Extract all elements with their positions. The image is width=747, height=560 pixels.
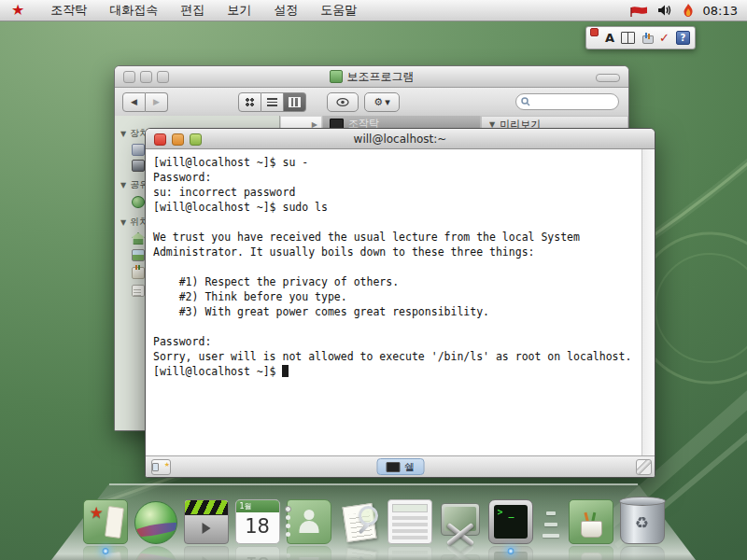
- dock-item-media-player[interactable]: [184, 499, 229, 544]
- file-manager-titlebar[interactable]: 보조프로그램: [115, 66, 628, 88]
- window-zoom-button[interactable]: [157, 71, 169, 83]
- menu-item-session[interactable]: 대화접속: [109, 2, 158, 19]
- menu-item-desktop[interactable]: 조작탁: [50, 2, 87, 19]
- shell-tab[interactable]: 쉘: [376, 458, 424, 475]
- terminal-scrollbar[interactable]: [641, 149, 655, 456]
- home-icon: [132, 232, 145, 245]
- new-session-button[interactable]: [151, 459, 171, 475]
- dock-item-system-tools[interactable]: [439, 501, 482, 544]
- terminal-titlebar[interactable]: will@localhost:~: [146, 129, 655, 149]
- grid-view-icon: [246, 98, 254, 106]
- menu-item-view[interactable]: 보기: [227, 2, 251, 19]
- terminal-line: Password:: [153, 334, 642, 349]
- pen-cup-icon: [132, 267, 145, 279]
- person-icon: [303, 510, 314, 520]
- dock-item-utilities-folder[interactable]: [569, 499, 613, 544]
- text-tool-icon[interactable]: A: [605, 31, 614, 45]
- search-field[interactable]: [515, 93, 619, 110]
- pen-cup-icon[interactable]: [641, 33, 653, 44]
- calendar-day-label: 18: [236, 512, 279, 541]
- caret-down-icon: ▾: [385, 96, 390, 108]
- close-dot-icon[interactable]: [590, 28, 599, 36]
- terminal-prompt-line: [will@localhost ~]$: [153, 364, 642, 379]
- flame-icon[interactable]: [683, 4, 694, 18]
- actions-dropdown-button[interactable]: ⚙▾: [364, 92, 400, 112]
- dock-item-calendar[interactable]: 1월 18: [235, 499, 280, 544]
- terminal-line: We trust you have received the usual lec…: [153, 230, 642, 245]
- terminal-tab-bar: 쉘: [146, 455, 655, 477]
- computer-icon: [330, 119, 344, 129]
- trash-rim-icon: [619, 497, 666, 506]
- text-cursor: [282, 365, 289, 377]
- desktop: { "colors": { "wallpaper_green": "#5d8a5…: [0, 0, 747, 560]
- person-icon: [299, 521, 318, 533]
- recycle-icon: ♻: [635, 513, 649, 532]
- play-icon: [202, 523, 210, 534]
- terminal-line: Sorry, user will is not allowed to execu…: [153, 349, 642, 364]
- search-input[interactable]: [533, 96, 612, 108]
- gear-icon: ⚙: [374, 96, 383, 108]
- terminal-output[interactable]: [will@localhost ~]$ su - Password: su: i…: [146, 149, 642, 456]
- column-view-icon: [289, 97, 301, 107]
- menu-item-edit[interactable]: 편집: [180, 2, 204, 19]
- calculator-keys-icon: [392, 515, 428, 539]
- window-minimize-button[interactable]: [140, 71, 152, 83]
- paper-icon: [105, 506, 124, 539]
- column-view-button[interactable]: [284, 92, 306, 112]
- dock-item-file-manager[interactable]: [83, 499, 128, 544]
- shell-tab-label: 쉘: [404, 460, 415, 474]
- dock-item-web-browser[interactable]: [134, 501, 177, 544]
- icon-view-button[interactable]: [238, 92, 261, 112]
- columns-tool-icon[interactable]: [621, 32, 635, 44]
- running-indicator: [507, 548, 514, 554]
- menu-item-settings[interactable]: 설정: [274, 2, 298, 19]
- terminal-line: #3) With great power comes great respons…: [153, 304, 642, 319]
- terminal-line: Administrator. It usually boils down to …: [153, 245, 642, 259]
- terminal-line: #2) Think before you type.: [153, 289, 642, 304]
- terminal-line: [153, 259, 642, 274]
- dock-separator: [540, 505, 562, 544]
- forward-button[interactable]: ▶: [146, 92, 168, 112]
- menu-item-help[interactable]: 도움말: [320, 2, 357, 19]
- window-close-button[interactable]: [123, 71, 135, 83]
- list-view-button[interactable]: [261, 92, 284, 112]
- folder-app-icon: [330, 70, 343, 83]
- terminal-screen-icon: [494, 505, 528, 539]
- disclosure-triangle-icon[interactable]: ▼: [120, 181, 126, 189]
- terminal-line: #1) Respect the privacy of others.: [153, 274, 642, 289]
- dock-item-calculator[interactable]: [388, 499, 432, 544]
- checkmark-icon[interactable]: ✓: [659, 31, 669, 45]
- help-icon[interactable]: ?: [676, 31, 690, 45]
- network-globe-icon: [132, 196, 145, 208]
- dock-item-address-book[interactable]: [287, 499, 331, 544]
- calendar-month-label: 1월: [236, 500, 279, 512]
- disclosure-triangle-icon[interactable]: ▼: [120, 130, 126, 138]
- tool-palette: A ✓ ?: [585, 26, 696, 49]
- globe-band-icon: [134, 520, 177, 539]
- quicklook-button[interactable]: [327, 92, 359, 112]
- volume-icon[interactable]: [657, 4, 673, 17]
- terminal-window: will@localhost:~ [will@localhost ~]$ su …: [145, 128, 655, 478]
- disclosure-triangle-icon[interactable]: ▼: [120, 218, 126, 227]
- dock-item-trash[interactable]: ♻: [620, 499, 665, 544]
- window-close-button[interactable]: [154, 133, 166, 146]
- terminal-line: Password:: [153, 170, 642, 185]
- file-manager-toolbar: ◀ ▶ ⚙▾: [115, 88, 628, 117]
- clock[interactable]: 08:13: [703, 4, 738, 18]
- resize-grip[interactable]: [636, 459, 652, 475]
- red-star-logo-icon[interactable]: ★: [11, 0, 24, 21]
- red-flag-icon[interactable]: [630, 5, 648, 17]
- menu-bar: ★ 조작탁 대화접속 편집 보기 설정 도움말 08:13: [0, 0, 747, 21]
- toolbar-toggle-button[interactable]: [596, 74, 620, 82]
- window-title: will@localhost:~: [354, 133, 447, 146]
- dock-item-terminal[interactable]: [488, 499, 533, 544]
- window-zoom-button[interactable]: [190, 133, 202, 146]
- window-minimize-button[interactable]: [172, 133, 184, 146]
- terminal-line: [153, 319, 642, 334]
- back-button[interactable]: ◀: [122, 92, 146, 112]
- screen-star-icon: [152, 463, 159, 471]
- dock: 1월 18: [51, 483, 696, 560]
- terminal-line: [will@localhost ~]$ sudo ls: [153, 200, 642, 215]
- dock-item-document-search[interactable]: [338, 501, 381, 544]
- calculator-display-icon: [392, 504, 428, 512]
